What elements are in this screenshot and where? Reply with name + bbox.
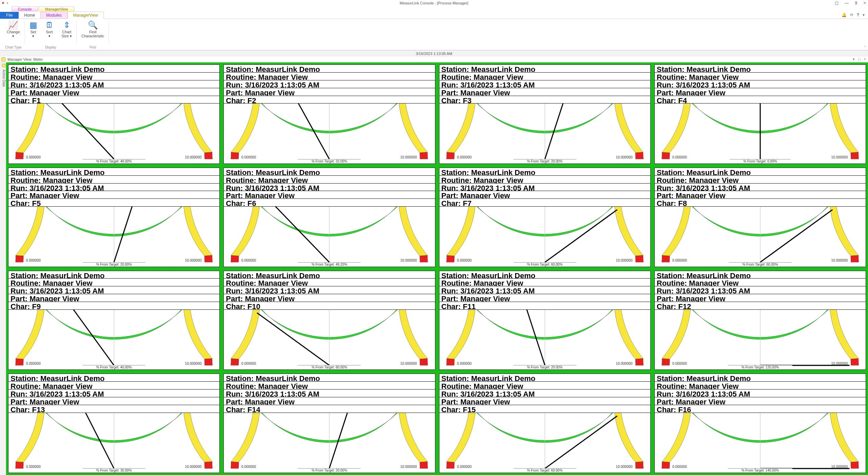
gauge-panel[interactable]: Station: MeasurLink DemoRoutine: Manager… — [438, 269, 652, 372]
char-line: Char: F12 — [654, 302, 866, 310]
svg-text:7.500000: 7.500000 — [593, 207, 608, 207]
context-tab-strip: Console ManagerView — [0, 6, 868, 12]
gauge-panel[interactable]: Station: MeasurLink DemoRoutine: Manager… — [222, 63, 436, 165]
station-line: Station: MeasurLink Demo — [8, 64, 220, 73]
ribbon-tab-file[interactable]: File — [0, 12, 19, 19]
svg-text:0.000000: 0.000000 — [672, 259, 687, 262]
gauge-panel[interactable]: Station: MeasurLink DemoRoutine: Manager… — [222, 372, 436, 474]
refresh-icon[interactable]: ⟳ — [850, 13, 853, 17]
pct-from-target-label: % From Target: 32.00% — [298, 159, 361, 163]
station-line: Station: MeasurLink Demo — [654, 271, 866, 279]
gauge-meter: 0.000000 2.500000 7.500000 10.000000% Fr… — [654, 207, 866, 267]
char-line: Char: F15 — [439, 405, 651, 413]
pct-from-target-label: % From Target: 20.00% — [513, 365, 576, 369]
station-line: Station: MeasurLink Demo — [439, 271, 651, 279]
mdi-close-icon[interactable]: 𐌢 — [855, 1, 857, 5]
part-line: Part: Manager View — [223, 88, 435, 96]
ribbon-tab-home[interactable]: Home — [19, 12, 40, 19]
change-chart-button[interactable]: 📈 Change ▾ — [5, 20, 21, 39]
gauge-panel[interactable]: Station: MeasurLink DemoRoutine: Manager… — [222, 269, 436, 372]
panel-close-icon[interactable]: × — [864, 57, 866, 61]
svg-text:10.000000: 10.000000 — [831, 464, 848, 468]
svg-text:7.500000: 7.500000 — [809, 103, 824, 104]
side-tab-active-data[interactable]: Active Data — [0, 62, 6, 475]
gauge-panel[interactable]: Station: MeasurLink DemoRoutine: Manager… — [653, 269, 867, 372]
run-line: Run: 3/16/2023 1:13:05 AM — [223, 184, 435, 191]
svg-text:10.000000: 10.000000 — [400, 362, 417, 365]
ribbon-collapse-icon[interactable]: ˄ — [864, 45, 866, 49]
mdi-minimize-icon[interactable]: ▢ — [835, 1, 839, 5]
station-line: Station: MeasurLink Demo — [8, 271, 220, 279]
window-close-icon[interactable]: × — [864, 1, 866, 5]
context-tab-console[interactable]: Console — [12, 6, 38, 12]
char-line: Char: F4 — [654, 96, 866, 104]
pct-from-target-label: % From Target: 20.00% — [298, 468, 361, 472]
resize-icon: ⇕ — [63, 21, 70, 29]
gauge-panel[interactable]: Station: MeasurLink DemoRoutine: Manager… — [7, 166, 221, 268]
char-line: Char: F9 — [8, 302, 220, 310]
context-tab-managerview[interactable]: ManagerView — [39, 6, 74, 12]
char-line: Char: F6 — [223, 199, 435, 207]
svg-text:2.500000: 2.500000 — [479, 103, 494, 104]
routine-line: Routine: Manager View — [8, 382, 220, 390]
part-line: Part: Manager View — [654, 191, 866, 199]
mdi-restore-icon[interactable]: — — [845, 1, 849, 5]
qat-dropdown-icon[interactable]: ▾ — [7, 1, 8, 5]
gauge-panel[interactable]: Station: MeasurLink DemoRoutine: Manager… — [653, 166, 867, 268]
gauge-panel[interactable]: Station: MeasurLink DemoRoutine: Manager… — [7, 372, 221, 474]
set-button[interactable]: ▦ Set ▾ — [28, 20, 39, 39]
gauge-panel[interactable]: Station: MeasurLink DemoRoutine: Manager… — [7, 63, 221, 165]
pct-from-target-label: % From Target: 140.00% — [728, 468, 792, 472]
part-line: Part: Manager View — [223, 294, 435, 302]
run-line: Run: 3/16/2023 1:13:05 AM — [223, 390, 435, 397]
sort-button[interactable]: 🗓 Sort ▾ — [44, 20, 55, 39]
svg-text:0.000000: 0.000000 — [457, 464, 471, 468]
gauge-panel[interactable]: Station: MeasurLink DemoRoutine: Manager… — [653, 63, 867, 165]
part-line: Part: Manager View — [654, 397, 866, 405]
gauge-panel[interactable]: Station: MeasurLink DemoRoutine: Manager… — [222, 166, 436, 268]
help-icon[interactable]: ? — [857, 13, 859, 17]
run-line: Run: 3/16/2023 1:13:05 AM — [654, 80, 866, 88]
svg-text:2.500000: 2.500000 — [48, 310, 63, 310]
gauge-meter: 0.000000 2.500000 7.500000 10.000000% Fr… — [223, 413, 435, 473]
run-line: Run: 3/16/2023 1:13:05 AM — [439, 390, 651, 397]
options-dropdown-icon[interactable]: ▾ — [863, 13, 865, 17]
svg-text:2.500000: 2.500000 — [264, 413, 278, 413]
pct-from-target-label: % From Target: 0.00% — [730, 159, 790, 163]
panel-maximize-icon[interactable]: □ — [858, 57, 861, 61]
ribbon-tab-managerview[interactable]: ManagerView — [67, 12, 104, 19]
svg-text:10.000000: 10.000000 — [616, 259, 632, 262]
run-line: Run: 3/16/2023 1:13:05 AM — [654, 390, 866, 397]
gauge-panel[interactable]: Station: MeasurLink DemoRoutine: Manager… — [653, 372, 867, 474]
ribbon-tab-modules[interactable]: Modules — [40, 12, 67, 19]
svg-text:7.500000: 7.500000 — [163, 103, 177, 104]
run-line: Run: 3/16/2023 1:13:05 AM — [654, 286, 866, 294]
station-line: Station: MeasurLink Demo — [439, 374, 651, 382]
part-line: Part: Manager View — [223, 191, 435, 199]
char-line: Char: F3 — [439, 96, 651, 104]
panel-dropdown-icon[interactable]: ▾ — [853, 57, 855, 61]
gauge-meter: 0.000000 2.500000 7.500000 10.000000% Fr… — [439, 103, 651, 164]
gauge-panel[interactable]: Station: MeasurLink DemoRoutine: Manager… — [438, 166, 652, 268]
part-line: Part: Manager View — [8, 88, 220, 96]
svg-text:0.000000: 0.000000 — [26, 362, 41, 365]
svg-text:2.500000: 2.500000 — [479, 207, 494, 207]
chart-size-button[interactable]: ⇕ Chart Size ▾ — [60, 20, 73, 39]
char-line: Char: F7 — [439, 199, 651, 207]
char-line: Char: F11 — [439, 302, 651, 310]
gauge-meter: 0.000000 2.500000 7.500000 10.000000% Fr… — [654, 103, 866, 164]
svg-text:2.500000: 2.500000 — [264, 103, 278, 104]
char-line: Char: F14 — [223, 405, 435, 413]
view-header-icon — [1, 57, 5, 61]
station-line: Station: MeasurLink Demo — [654, 64, 866, 73]
gauge-panel[interactable]: Station: MeasurLink DemoRoutine: Manager… — [438, 63, 652, 165]
svg-line-43 — [760, 210, 832, 262]
notifications-icon[interactable]: 🔔 — [842, 13, 847, 17]
find-characteristic-button[interactable]: 🔍 Find Characteristic — [80, 20, 105, 39]
svg-text:7.500000: 7.500000 — [163, 310, 177, 310]
pct-from-target-label: % From Target: 48.00% — [83, 159, 145, 163]
run-line: Run: 3/16/2023 1:13:05 AM — [439, 286, 651, 294]
svg-line-85 — [545, 416, 617, 469]
gauge-panel[interactable]: Station: MeasurLink DemoRoutine: Manager… — [438, 372, 652, 474]
gauge-panel[interactable]: Station: MeasurLink DemoRoutine: Manager… — [7, 269, 221, 372]
